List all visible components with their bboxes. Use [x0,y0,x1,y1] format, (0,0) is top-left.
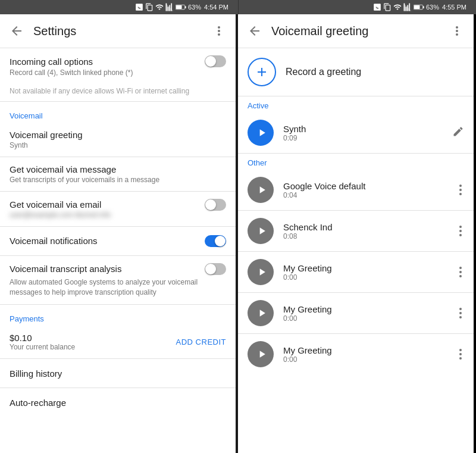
add-credit-button[interactable]: ADD CREDIT [176,338,226,346]
greeting-duration-1: 0:08 [283,232,447,240]
greeting-item-3[interactable]: My Greeting 0:00 [238,293,474,333]
greeting-duration-3: 0:00 [283,314,447,323]
settings-title: Settings [33,24,212,38]
left-status-icons: 63% 4:54 PM [135,3,228,11]
voicemail-greeting-subtitle: Synth [10,141,226,149]
right-status-bar: 63% 4:55 PM [238,0,476,14]
greeting-info-0: Google Voice default 0:04 [283,181,447,199]
greeting-menu-button-1[interactable] [457,223,464,239]
left-battery-pct: 63% [188,4,201,11]
greeting-menu-button-4[interactable] [457,346,464,362]
voicemail-email-blurred: user@example.com blurred info [10,211,226,219]
greeting-item-1[interactable]: Schenck Ind 0:08 [238,211,474,251]
voicemail-section-label: Voicemail [0,102,236,123]
balance-desc: Your current balance [10,343,75,351]
balance-amount: $0.10 [10,333,75,343]
get-voicemail-message-label: Get voicemail via message [10,164,226,174]
greeting-duration-2: 0:00 [283,273,447,282]
right-status-icons: 63% 4:55 PM [373,3,466,11]
voicemail-transcript-item[interactable]: Voicemail transcript analysis Allow auto… [0,256,236,305]
active-greeting-edit-button[interactable] [452,126,464,140]
greeting-menu-button-2[interactable] [457,264,464,280]
voicemail-transcript-toggle[interactable] [205,263,226,275]
auto-recharge-label: Auto-recharge [10,398,226,408]
active-play-button[interactable] [248,120,274,146]
play-button-4[interactable] [248,341,274,367]
svg-rect-4 [423,6,424,8]
other-section-label: Other [238,154,474,170]
play-button-3[interactable] [248,300,274,326]
svg-rect-2 [176,5,182,9]
screens-row: Settings Incoming call options Record ca… [0,14,476,453]
left-time: 4:54 PM [204,4,228,11]
svg-rect-5 [414,5,420,9]
greeting-menu-button-0[interactable] [457,182,464,198]
voicemail-toolbar: Voicemail greeting [238,14,474,48]
record-greeting-row[interactable]: Record a greeting [238,48,474,96]
greeting-name-3: My Greeting [283,304,447,314]
get-voicemail-message-item[interactable]: Get voicemail via message Get transcript… [0,157,236,191]
greeting-name-1: Schenck Ind [283,222,447,232]
payments-section-label: Payments [0,305,236,326]
voicemail-email-toggle[interactable] [205,199,226,211]
incoming-call-item[interactable]: Incoming call options Record call (4), S… [0,48,236,84]
voicemail-title: Voicemail greeting [271,24,450,38]
incoming-call-hint: Not available if any device allows Wi-Fi… [0,84,236,101]
active-greeting-duration: 0:09 [283,134,443,142]
active-greeting-item[interactable]: Synth 0:09 [238,113,474,153]
billing-history-item[interactable]: Billing history [0,359,236,388]
play-button-2[interactable] [248,259,274,285]
play-button-1[interactable] [248,218,274,244]
status-bars-row: 63% 4:54 PM 63% 4:55 PM [0,0,476,14]
greeting-duration-4: 0:00 [283,355,447,364]
greeting-item-4[interactable]: My Greeting 0:00 [238,334,474,374]
get-voicemail-message-subtitle: Get transcripts of your voicemails in a … [10,176,226,184]
greeting-info-1: Schenck Ind 0:08 [283,222,447,240]
settings-screen: Settings Incoming call options Record ca… [0,14,238,453]
svg-rect-1 [185,6,186,8]
auto-recharge-item[interactable]: Auto-recharge [0,388,236,417]
voicemail-transcript-label: Voicemail transcript analysis [10,264,121,274]
settings-back-button[interactable] [10,24,24,38]
voicemail-notifications-item[interactable]: Voicemail notifications [0,227,236,255]
settings-scroll[interactable]: Incoming call options Record call (4), S… [0,48,236,453]
voicemail-notifications-toggle[interactable] [205,235,226,247]
right-time: 4:55 PM [442,4,466,11]
balance-item: $0.10 Your current balance ADD CREDIT [0,326,236,358]
greeting-item-0[interactable]: Google Voice default 0:04 [238,170,474,210]
record-greeting-label: Record a greeting [286,67,361,77]
incoming-call-toggle[interactable] [205,55,226,67]
greeting-info-3: My Greeting 0:00 [283,304,447,323]
greeting-name-0: Google Voice default [283,181,447,191]
voicemail-greeting-item[interactable]: Voicemail greeting Synth [0,123,236,157]
greeting-menu-button-3[interactable] [457,305,464,321]
get-voicemail-email-item[interactable]: Get voicemail via email user@example.com… [0,192,236,226]
greeting-info-4: My Greeting 0:00 [283,345,447,364]
active-greeting-info: Synth 0:09 [283,124,443,142]
right-battery-pct: 63% [426,4,439,11]
active-greeting-name: Synth [283,124,443,134]
greeting-item-2[interactable]: My Greeting 0:00 [238,252,474,292]
left-status-bar: 63% 4:54 PM [0,0,238,14]
incoming-call-label: Incoming call options [10,57,93,67]
voicemail-greeting-label: Voicemail greeting [10,130,226,140]
plus-circle-icon [248,58,276,86]
incoming-call-subtitle: Record call (4), Switch linked phone (*) [10,68,226,77]
greeting-name-4: My Greeting [283,345,447,355]
get-voicemail-email-label: Get voicemail via email [10,199,101,210]
active-section-label: Active [238,96,474,113]
voicemail-transcript-subtitle: Allow automated Google systems to analyz… [10,277,226,298]
settings-more-button[interactable] [212,24,226,38]
greeting-info-2: My Greeting 0:00 [283,263,447,282]
voicemail-notifications-label: Voicemail notifications [10,236,98,246]
voicemail-back-button[interactable] [248,24,262,38]
play-button-0[interactable] [248,177,274,203]
voicemail-screen: Voicemail greeting Record a greeting Act… [238,14,474,453]
voicemail-scroll[interactable]: Record a greeting Active Synth 0:09 Othe [238,48,474,453]
settings-toolbar: Settings [0,14,236,48]
voicemail-more-button[interactable] [450,24,464,38]
greeting-name-2: My Greeting [283,263,447,273]
greeting-duration-0: 0:04 [283,191,447,199]
billing-history-label: Billing history [10,368,226,379]
